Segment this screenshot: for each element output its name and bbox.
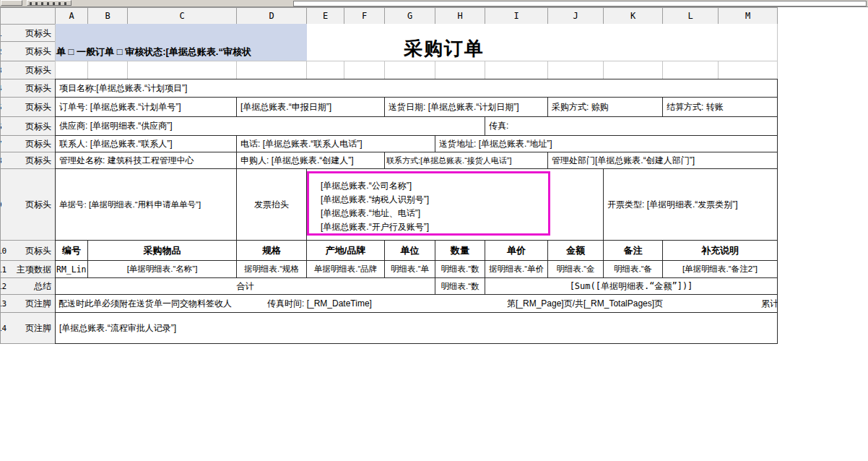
cell-remark2[interactable]: [单据明细表.“备注2”] <box>663 260 778 278</box>
cell-total-qty[interactable]: 明细表.“数 <box>435 277 485 295</box>
empty-cell[interactable] <box>604 61 663 79</box>
col-header-B[interactable]: B <box>88 7 128 25</box>
col-header-M[interactable]: M <box>719 7 778 25</box>
col-header-buchongshuoming[interactable]: 补充说明 <box>663 240 778 261</box>
empty-cell[interactable] <box>719 61 778 79</box>
col-header-chandi[interactable]: 产地/品牌 <box>307 240 385 261</box>
col-header-bianhao[interactable]: 编号 <box>55 240 88 261</box>
cell-amount[interactable]: 明细表.“金 <box>548 260 604 278</box>
cell-supplier[interactable]: 供应商: [单据明细表.“供应商”] <box>55 116 485 136</box>
col-header-C[interactable]: C <box>128 7 237 25</box>
col-header-jine[interactable]: 金额 <box>548 240 604 261</box>
band-row-13[interactable]: 13页注脚 <box>0 294 56 313</box>
band-row-8[interactable]: 8页标头 <box>0 152 56 169</box>
cell-contact[interactable]: 联系人: [单据总账表.“联系人”] <box>55 135 237 152</box>
cell-line-no[interactable]: RM_Lin <box>55 260 88 278</box>
empty-cell[interactable] <box>548 61 604 79</box>
col-header-E[interactable]: E <box>307 7 344 25</box>
col-header-H[interactable]: H <box>435 7 485 25</box>
col-header-A[interactable]: A <box>55 7 88 25</box>
row-number: 10 <box>0 246 6 255</box>
col-header-guige[interactable]: 规格 <box>237 240 307 261</box>
col-header-L[interactable]: L <box>663 7 719 25</box>
cell-approval-record[interactable]: [单据总账表.“流程审批人记录”] <box>55 312 778 344</box>
col-header-K[interactable]: K <box>604 7 663 25</box>
cell-settle-method[interactable]: 结算方式: 转账 <box>663 97 778 117</box>
empty-cell[interactable] <box>385 61 435 79</box>
footer-fax-time: 传真时间: [_RM_DateTime] <box>267 298 372 310</box>
empty-cell[interactable] <box>485 61 548 79</box>
cell-phone[interactable]: 电话: [单据总账表.“联系人电话”] <box>237 135 435 152</box>
band-label: 页标头 <box>25 244 51 257</box>
cell-project-name[interactable]: 项目名称:[单据总账表.“计划项目”] <box>55 79 778 98</box>
band-row-4[interactable]: 4页标头 <box>0 79 56 98</box>
col-header-I[interactable]: I <box>485 7 548 25</box>
band-row-14[interactable]: 14页注脚 <box>0 312 56 344</box>
footer-page-number: 第[_RM_Page]页/共[_RM_TotalPages]页 <box>507 298 663 310</box>
empty-cell[interactable] <box>55 61 88 79</box>
band-row-10[interactable]: 10页标头 <box>0 240 56 261</box>
cell-declare-date[interactable]: [单据总账表.“申报日期”] <box>237 97 385 117</box>
empty-cell[interactable] <box>435 61 485 79</box>
empty-cell[interactable] <box>663 61 719 79</box>
col-header-D[interactable]: D <box>237 7 307 25</box>
col-header-danwei[interactable]: 单位 <box>385 240 435 261</box>
cell-price[interactable]: 据明细表.“单价 <box>485 260 548 278</box>
cell-qty[interactable]: 明细表.“数 <box>435 260 485 278</box>
col-header-F[interactable]: F <box>344 7 385 25</box>
invoice-address-line: [单据总账表.“地址、电话”] <box>321 207 548 220</box>
cell-delivery-address[interactable]: 送货地址: [单据总账表.“地址”] <box>435 135 778 152</box>
col-header-danjia[interactable]: 单价 <box>485 240 548 261</box>
cell-doc-no[interactable]: 单据号: [单据明细表.“用料申请单单号”] <box>55 168 237 241</box>
col-header-caigouwupin[interactable]: 采购物品 <box>88 240 237 261</box>
cell-contact-method[interactable]: 联系方式:[单据总账表.“接货人电话”] <box>385 152 548 169</box>
toolbar-button-fragment-2[interactable] <box>27 0 71 6</box>
cell-order-no[interactable]: 订单号: [单据总账表.“计划单号”] <box>55 97 237 117</box>
band-row-2[interactable]: 2页标头 <box>0 41 56 61</box>
cell-item-name[interactable]: [单据明细表.“名称”] <box>88 260 237 278</box>
cell-invoice-type[interactable]: 开票类型: [单据明细表.“发票类别”] <box>604 168 778 241</box>
band-row-3[interactable]: 3页标头 <box>0 61 56 79</box>
cell-brand[interactable]: 单据明细表.“品牌 <box>307 260 385 278</box>
cell-total-amount-sum[interactable]: [Sum([单据明细表.“金额”])] <box>485 277 778 295</box>
cell-spec[interactable]: 据明细表.“规格 <box>237 260 307 278</box>
row-number: 6 <box>0 121 2 131</box>
band-row-5[interactable]: 5页标头 <box>0 97 56 117</box>
row-contact: 联系人: [单据总账表.“联系人”] 电话: [单据总账表.“联系人电话”] 送… <box>55 135 778 152</box>
invoice-selection-box[interactable]: [单据总账表.“公司名称”] [单据总账表.“纳税人识别号”] [单据总账表.“… <box>307 171 550 236</box>
cell-invoice-info[interactable]: [单据总账表.“公司名称”] [单据总账表.“纳税人识别号”] [单据总账表.“… <box>307 168 604 241</box>
band-row-1[interactable]: 1页标头 <box>0 24 56 42</box>
cell-purchase-method[interactable]: 采购方式: 赊购 <box>548 97 663 117</box>
cell-invoice-title-label[interactable]: 发票抬头 <box>237 168 307 241</box>
cell-total-label[interactable]: 合计 <box>55 277 435 295</box>
band-row-11[interactable]: 11主项数据 <box>0 260 56 278</box>
cell-applicant[interactable]: 申购人: [单据总账表.“创建人”] <box>237 152 385 169</box>
corner-cell[interactable] <box>0 7 56 25</box>
band-label: 页标头 <box>25 82 51 95</box>
selected-range-highlight[interactable]: 单 □ 一般订单 □ 审核状态:[单据总账表.“审核状 <box>56 24 307 61</box>
cell-page-footer[interactable]: 配送时此单必须附在送货单一同交物料签收人 传真时间: [_RM_DateTime… <box>55 294 778 313</box>
cell-remark[interactable]: 明细表.“备 <box>604 260 663 278</box>
band-row-7[interactable]: 7页标头 <box>0 135 56 152</box>
band-row-9[interactable]: 9页标头 <box>0 168 56 241</box>
row-number: 13 <box>0 299 6 309</box>
cell-fax[interactable]: 传真: <box>485 116 778 136</box>
col-header-shuliang[interactable]: 数量 <box>435 240 485 261</box>
title-band[interactable]: 单 □ 一般订单 □ 审核状态:[单据总账表.“审核状 采购订单 <box>55 24 778 61</box>
col-header-G[interactable]: G <box>385 7 435 25</box>
empty-cell[interactable] <box>128 61 237 79</box>
empty-cell[interactable] <box>344 61 385 79</box>
toolbar-field-fragment[interactable] <box>293 1 867 7</box>
cell-dept-name[interactable]: 管理处名称: 建筑科技工程管理中心 <box>55 152 237 169</box>
empty-cell[interactable] <box>237 61 307 79</box>
col-header-J[interactable]: J <box>548 7 604 25</box>
empty-cell[interactable] <box>88 61 128 79</box>
band-row-12[interactable]: 12总结 <box>0 277 56 295</box>
toolbar-button-fragment-1[interactable] <box>1 0 22 6</box>
cell-unit[interactable]: 明细表.“单 <box>385 260 435 278</box>
empty-cell[interactable] <box>307 61 344 79</box>
band-row-6[interactable]: 6页标头 <box>0 116 56 136</box>
col-header-beizhu[interactable]: 备注 <box>604 240 663 261</box>
cell-dept[interactable]: 管理处部门[单据总账表.“创建人部门”] <box>548 152 778 169</box>
cell-delivery-date[interactable]: 送货日期: [单据总账表.“计划日期”] <box>385 97 548 117</box>
